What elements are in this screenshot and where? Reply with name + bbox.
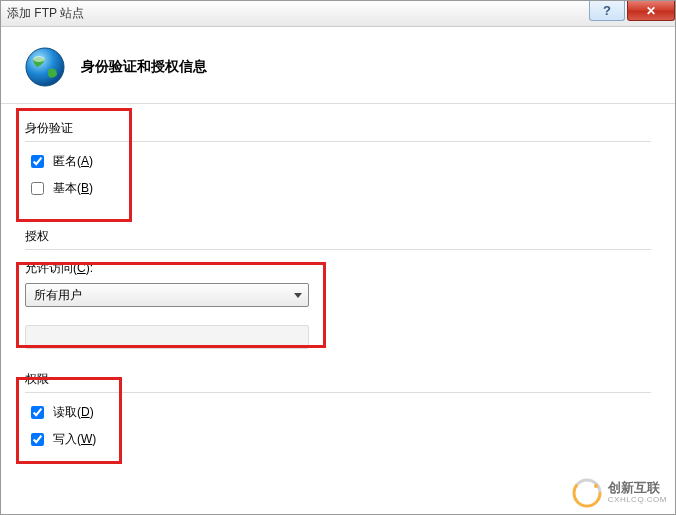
watermark-logo-icon bbox=[572, 478, 602, 508]
header-section: 身份验证和授权信息 bbox=[1, 27, 675, 104]
access-label: 允许访问(C): bbox=[25, 260, 651, 277]
access-dropdown-value: 所有用户 bbox=[34, 287, 82, 304]
divider bbox=[25, 141, 651, 142]
watermark: 创新互联 CXHLCQ.COM bbox=[572, 478, 667, 508]
watermark-text-cn: 创新互联 bbox=[608, 481, 667, 495]
svg-point-4 bbox=[594, 484, 598, 488]
anonymous-checkbox-row[interactable]: 匿名(A) bbox=[27, 152, 649, 171]
anonymous-label: 匿名(A) bbox=[53, 153, 93, 170]
titlebar: 添加 FTP 站点 ? ✕ bbox=[1, 1, 675, 27]
close-button[interactable]: ✕ bbox=[627, 1, 675, 21]
window-title: 添加 FTP 站点 bbox=[7, 5, 84, 22]
disabled-input bbox=[25, 325, 309, 349]
divider bbox=[25, 392, 651, 393]
help-button[interactable]: ? bbox=[589, 1, 625, 21]
write-checkbox-row[interactable]: 写入(W) bbox=[27, 430, 649, 449]
authorization-group-label: 授权 bbox=[25, 228, 651, 245]
svg-point-0 bbox=[26, 48, 64, 86]
basic-label: 基本(B) bbox=[53, 180, 93, 197]
read-label: 读取(D) bbox=[53, 404, 94, 421]
divider bbox=[25, 249, 651, 250]
basic-checkbox-row[interactable]: 基本(B) bbox=[27, 179, 649, 198]
write-label: 写入(W) bbox=[53, 431, 96, 448]
basic-checkbox[interactable] bbox=[31, 182, 44, 195]
permissions-group-label: 权限 bbox=[25, 371, 651, 388]
read-checkbox-row[interactable]: 读取(D) bbox=[27, 403, 649, 422]
write-checkbox[interactable] bbox=[31, 433, 44, 446]
anonymous-checkbox[interactable] bbox=[31, 155, 44, 168]
access-dropdown[interactable]: 所有用户 bbox=[25, 283, 309, 307]
svg-point-1 bbox=[33, 56, 45, 62]
chevron-down-icon bbox=[294, 293, 302, 298]
globe-icon bbox=[23, 45, 67, 89]
content-area: 身份验证 匿名(A) 基本(B) 授权 允许访问(C): 所有用户 权限 读取(… bbox=[1, 104, 675, 473]
auth-group-label: 身份验证 bbox=[25, 120, 651, 137]
window-buttons: ? ✕ bbox=[589, 1, 675, 21]
page-title: 身份验证和授权信息 bbox=[81, 58, 207, 76]
watermark-text-en: CXHLCQ.COM bbox=[608, 496, 667, 505]
read-checkbox[interactable] bbox=[31, 406, 44, 419]
